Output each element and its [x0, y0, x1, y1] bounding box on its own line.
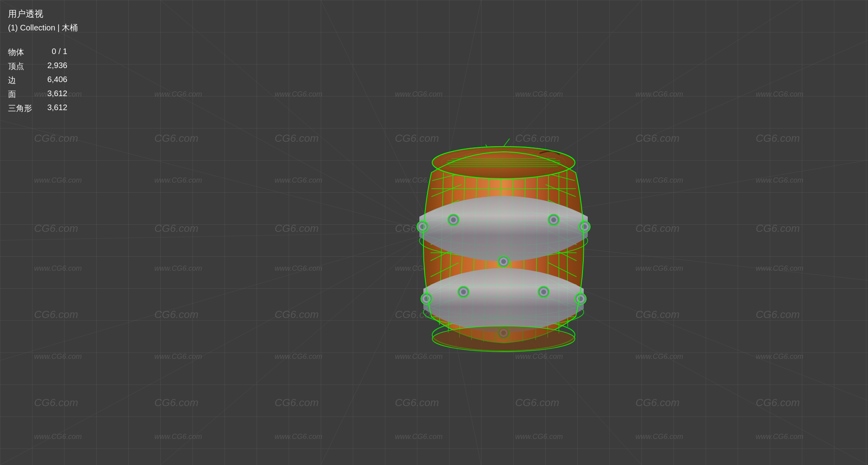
stat-row-objects: 物体 0 / 1: [8, 45, 72, 59]
stat-label-triangles: 三角形: [8, 101, 40, 115]
svg-point-106: [541, 290, 546, 294]
collection-info: (1) Collection | 木桶: [8, 22, 78, 33]
viewport-title: 用户透视: [8, 8, 78, 20]
svg-line-66: [504, 139, 510, 147]
stat-row-vertices: 顶点 2,936: [8, 59, 72, 73]
stat-label-objects: 物体: [8, 45, 40, 59]
stat-row-faces: 面 3,612: [8, 87, 72, 101]
stat-label-edges: 边: [8, 73, 40, 87]
stat-value-triangles: 3,612: [40, 101, 72, 115]
ui-overlay: 用户透视 (1) Collection | 木桶 物体 0 / 1 顶点 2,9…: [8, 8, 78, 115]
svg-point-86: [551, 217, 556, 222]
svg-point-80: [451, 217, 456, 222]
stat-value-faces: 3,612: [40, 87, 72, 101]
stat-value-objects: 0 / 1: [40, 45, 72, 59]
barrel-container: [383, 93, 624, 373]
stat-label-faces: 面: [8, 87, 40, 101]
stat-row-edges: 边 6,406: [8, 73, 72, 87]
stat-label-vertices: 顶点: [8, 59, 40, 73]
barrel-wireframe-svg: [383, 93, 624, 373]
svg-point-83: [501, 259, 506, 264]
stat-value-edges: 6,406: [40, 73, 72, 87]
stat-row-triangles: 三角形 3,612: [8, 101, 72, 115]
svg-point-100: [461, 290, 466, 294]
stats-table: 物体 0 / 1 顶点 2,936 边 6,406 面 3,612 三角形 3,…: [8, 45, 72, 115]
stat-value-vertices: 2,936: [40, 59, 72, 73]
